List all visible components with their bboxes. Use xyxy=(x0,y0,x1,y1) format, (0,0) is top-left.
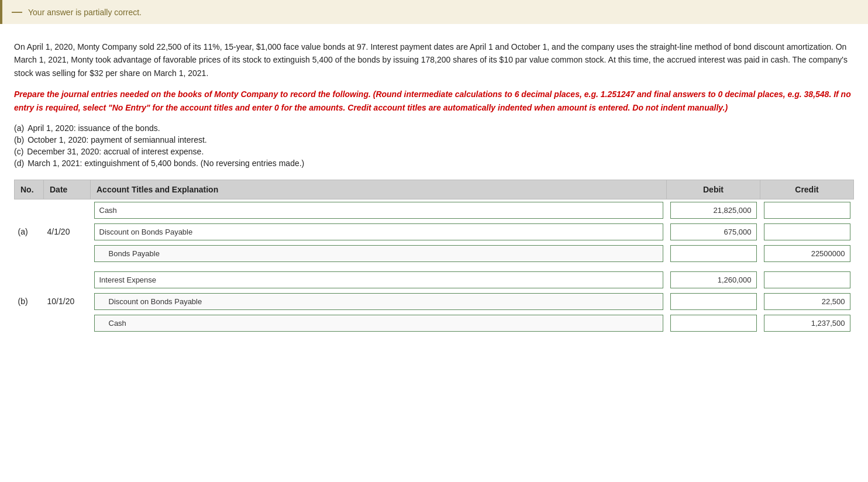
problem-text: On April 1, 2020, Monty Company sold 22,… xyxy=(14,40,854,80)
entry-a-credit-1-input[interactable] xyxy=(764,202,850,219)
part-d-label: (d) xyxy=(14,159,24,168)
spacer-row-1 xyxy=(15,264,854,269)
entry-a-row1-account[interactable] xyxy=(91,199,667,221)
part-c-label: (c) xyxy=(14,147,23,156)
entry-a-account-3-input[interactable] xyxy=(94,245,663,262)
entry-b-row3-credit[interactable] xyxy=(760,312,854,334)
col-account-header: Account Titles and Explanation xyxy=(91,180,667,199)
table-header-row: No. Date Account Titles and Explanation … xyxy=(15,180,854,199)
col-date-header: Date xyxy=(44,180,91,199)
entry-b-no: (b) xyxy=(15,269,44,334)
entry-a-row2-debit[interactable] xyxy=(667,221,760,243)
entry-b-row3-account[interactable] xyxy=(91,312,667,334)
entry-a-row1-credit[interactable] xyxy=(760,199,854,221)
entry-b-account-3-input[interactable] xyxy=(94,315,663,332)
entry-b-debit-3-input[interactable] xyxy=(670,315,757,332)
entry-a-debit-3-input[interactable] xyxy=(670,245,757,262)
table-row: (a) 4/1/20 xyxy=(15,199,854,221)
instructions: Prepare the journal entries needed on th… xyxy=(14,88,854,114)
journal-table: No. Date Account Titles and Explanation … xyxy=(14,180,854,334)
col-debit-header: Debit xyxy=(667,180,760,199)
entry-b-credit-2-input[interactable] xyxy=(764,293,850,310)
entry-b-date: 10/1/20 xyxy=(44,269,91,334)
entry-b-debit-2-input[interactable] xyxy=(670,293,757,310)
part-d: (d) March 1, 2021: extinguishment of 5,4… xyxy=(14,159,854,168)
entry-a-row2-credit[interactable] xyxy=(760,221,854,243)
entry-a-credit-2-input[interactable] xyxy=(764,223,850,240)
entry-a-account-2-input[interactable] xyxy=(94,223,663,240)
entry-a-row2-account[interactable] xyxy=(91,221,667,243)
part-b-label: (b) xyxy=(14,135,24,144)
part-a-label: (a) xyxy=(14,123,24,133)
entry-b-account-2-input[interactable] xyxy=(94,293,663,310)
entry-b-account-1-input[interactable] xyxy=(94,271,663,288)
entry-b-row2-debit[interactable] xyxy=(667,291,760,312)
part-b: (b) October 1, 2020: payment of semiannu… xyxy=(14,135,854,144)
part-c: (c) December 31, 2020: accrual of intere… xyxy=(14,147,854,156)
entry-b-debit-1-input[interactable] xyxy=(670,271,757,288)
entry-a-debit-2-input[interactable] xyxy=(670,223,757,240)
entry-b-credit-1-input[interactable] xyxy=(764,271,850,288)
entry-a-row1-debit[interactable] xyxy=(667,199,760,221)
table-row: (b) 10/1/20 xyxy=(15,269,854,291)
entry-b-row1-credit[interactable] xyxy=(760,269,854,291)
entry-a-account-1-input[interactable] xyxy=(94,202,663,219)
parts-list: (a) April 1, 2020: issuance of the bonds… xyxy=(14,123,854,168)
col-no-header: No. xyxy=(15,180,44,199)
entry-a-row3-account[interactable] xyxy=(91,243,667,264)
entry-a-row3-debit[interactable] xyxy=(667,243,760,264)
table-row xyxy=(15,312,854,334)
entry-b-row2-credit[interactable] xyxy=(760,291,854,312)
part-a: (a) April 1, 2020: issuance of the bonds… xyxy=(14,123,854,133)
entry-a-row3-credit[interactable] xyxy=(760,243,854,264)
table-row xyxy=(15,291,854,312)
entry-b-row3-debit[interactable] xyxy=(667,312,760,334)
dash-icon: — xyxy=(12,6,22,18)
entry-b-row2-account[interactable] xyxy=(91,291,667,312)
entry-a-debit-1-input[interactable] xyxy=(670,202,757,219)
entry-a-no: (a) xyxy=(15,199,44,264)
table-row xyxy=(15,243,854,264)
entry-b-row1-debit[interactable] xyxy=(667,269,760,291)
part-d-text: March 1, 2021: extinguishment of 5,400 b… xyxy=(27,159,304,168)
col-credit-header: Credit xyxy=(760,180,854,199)
part-c-text: December 31, 2020: accrual of interest e… xyxy=(27,147,204,156)
alert-banner: — Your answer is partially correct. xyxy=(0,0,868,24)
table-row xyxy=(15,221,854,243)
entry-a-credit-3-input[interactable] xyxy=(764,245,850,262)
entry-b-credit-3-input[interactable] xyxy=(764,315,850,332)
entry-b-row1-account[interactable] xyxy=(91,269,667,291)
part-a-text: April 1, 2020: issuance of the bonds. xyxy=(27,123,160,133)
part-b-text: October 1, 2020: payment of semiannual i… xyxy=(27,135,207,144)
entry-a-date: 4/1/20 xyxy=(44,199,91,264)
alert-text: Your answer is partially correct. xyxy=(28,8,142,17)
